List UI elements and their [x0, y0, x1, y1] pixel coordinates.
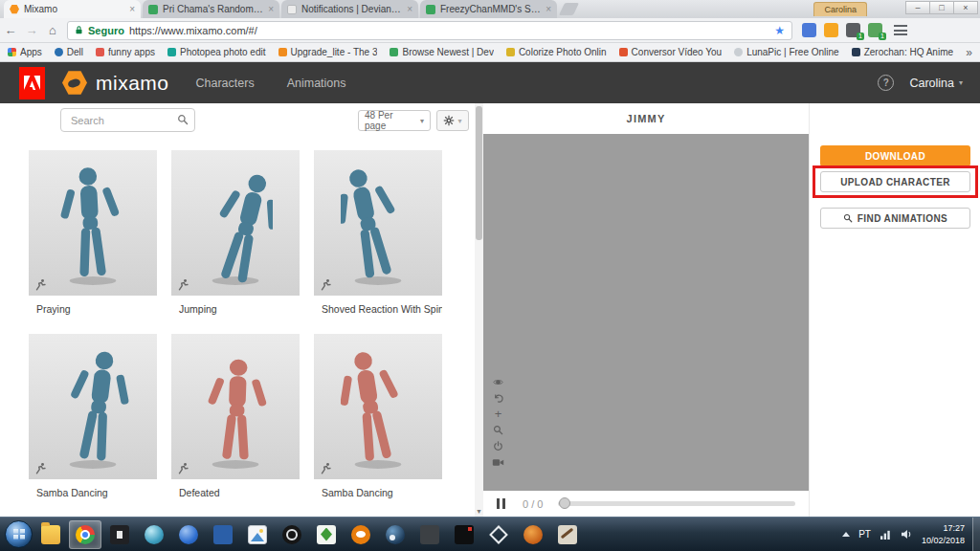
browser-profile-badge[interactable]: Carolina [813, 2, 867, 16]
start-button[interactable] [5, 520, 33, 548]
volume-icon[interactable] [901, 529, 913, 540]
animation-card-jumping[interactable]: Jumping [171, 150, 300, 320]
taskbar-app-2[interactable] [138, 520, 170, 549]
zoom-icon[interactable] [493, 425, 503, 435]
taskbar-app-1[interactable] [103, 520, 136, 549]
notifications-favicon [287, 5, 297, 14]
animation-card-praying[interactable]: Praying [29, 150, 157, 320]
bookmark-browse-newest[interactable]: Browse Newest | Dev [390, 47, 493, 57]
tab-notifications[interactable]: Notifications | DeviantArt × [281, 0, 418, 18]
taskbar-gimp[interactable] [551, 520, 584, 549]
animation-card-defeated[interactable]: Defeated [171, 334, 300, 504]
new-tab-button[interactable] [559, 3, 579, 15]
nav-animations[interactable]: Animations [287, 77, 346, 90]
bookmark-upgrade-lite[interactable]: Upgrade_lite - The 3 [278, 47, 378, 57]
url-text[interactable]: https://www.mixamo.com/#/ [129, 25, 769, 36]
tab-deviantart-1[interactable]: Pri Chama's Random Bo × [143, 0, 279, 18]
bookmark-dell[interactable]: Dell [55, 47, 83, 57]
bookmark-conversor[interactable]: Conversor Vídeo You [619, 47, 723, 57]
network-icon[interactable] [880, 529, 892, 540]
bookmark-photopea[interactable]: Photopea photo edit [167, 47, 266, 57]
taskbar-unity-2[interactable] [482, 520, 515, 549]
nav-characters[interactable]: Characters [196, 77, 255, 90]
bookmark-colorize[interactable]: Colorize Photo Onlin [506, 47, 607, 57]
tab-close-icon[interactable]: × [129, 5, 135, 14]
taskbar-image-viewer[interactable] [241, 520, 274, 549]
mixamo-favicon [10, 5, 19, 14]
animation-card-samba-2[interactable]: Samba Dancing [314, 334, 442, 504]
animation-card-samba-1[interactable]: Samba Dancing [29, 334, 157, 504]
search-box [60, 108, 195, 132]
forward-button[interactable]: → [21, 23, 42, 37]
tab-close-icon[interactable]: × [546, 5, 551, 14]
back-button[interactable]: ← [0, 23, 21, 37]
upload-character-button[interactable]: UPLOAD CHARACTER [820, 171, 970, 192]
download-button[interactable]: DOWNLOAD [820, 145, 970, 166]
taskbar-app-7[interactable] [448, 520, 480, 549]
search-input[interactable] [60, 108, 195, 132]
find-animations-button[interactable]: FIND ANIMATIONS [820, 208, 970, 229]
taskbar-app-3[interactable] [172, 520, 205, 549]
taskbar-steam[interactable] [379, 520, 412, 549]
adobe-logo[interactable] [19, 67, 45, 99]
viewport-3d[interactable]: + [483, 134, 809, 491]
user-menu[interactable]: Carolina ▾ [909, 77, 963, 90]
search-icon [843, 213, 853, 223]
extension-icon-1[interactable] [802, 23, 816, 37]
hidden-icons-chevron[interactable] [842, 532, 850, 537]
scrollbar-thumb[interactable] [476, 106, 482, 240]
app-icon [179, 525, 198, 544]
search-icon[interactable] [177, 114, 189, 125]
zoom-in-icon[interactable]: + [495, 409, 502, 419]
menu-icon[interactable] [894, 25, 907, 35]
home-button[interactable]: ⌂ [42, 23, 63, 37]
settings-dropdown-button[interactable]: ▾ [436, 110, 469, 131]
animation-title: Samba Dancing [314, 479, 442, 504]
tab-stash[interactable]: FreezyChanMMD's Sta.sh × [420, 0, 557, 18]
gimp-brush-icon [558, 525, 577, 544]
language-indicator[interactable]: PT [858, 529, 871, 540]
timeline-slider[interactable] [558, 501, 795, 506]
gear-icon [443, 115, 455, 126]
scrollbar[interactable]: ▼ [475, 103, 483, 517]
extension-icon-2[interactable] [824, 23, 838, 37]
bookmark-star-icon[interactable]: ★ [774, 24, 785, 37]
slider-handle[interactable] [559, 497, 570, 509]
bookmark-lunapic[interactable]: LunaPic | Free Online [734, 47, 839, 57]
camera-icon[interactable] [492, 457, 504, 468]
taskbar-app-4[interactable] [207, 520, 239, 549]
per-page-select[interactable]: 48 Per page ▾ [358, 110, 431, 131]
close-button[interactable]: × [953, 1, 978, 14]
clock[interactable]: 17:27 10/02/2018 [922, 522, 965, 546]
taskbar-explorer[interactable] [34, 520, 67, 549]
scroll-down-icon[interactable]: ▼ [475, 508, 483, 515]
extension-icon-3[interactable]: 1 [846, 23, 860, 37]
taskbar-app-6[interactable] [413, 520, 446, 549]
bookmark-zerochan[interactable]: Zerochan: HQ Anime [852, 47, 953, 57]
bookmarks-overflow-icon[interactable]: » [966, 46, 972, 59]
extension-icon-4[interactable]: 1 [868, 23, 882, 37]
pause-button[interactable] [497, 498, 505, 509]
address-bar[interactable]: Seguro https://www.mixamo.com/#/ ★ [67, 21, 792, 40]
show-desktop-button[interactable] [972, 518, 980, 551]
site-nav: Characters Animations [196, 77, 346, 90]
motion-icon [34, 278, 47, 291]
taskbar-blender[interactable] [345, 520, 377, 549]
taskbar-unity[interactable] [276, 520, 308, 549]
reset-view-icon[interactable] [493, 393, 503, 404]
orbit-icon[interactable] [493, 377, 503, 387]
tab-mixamo[interactable]: Mixamo × [4, 0, 141, 18]
minimize-button[interactable]: – [905, 1, 930, 14]
power-icon[interactable] [493, 441, 503, 452]
bookmark-apps[interactable]: Apps [8, 47, 42, 57]
animation-card-shoved-reaction[interactable]: Shoved Reaction With Spin [314, 150, 442, 320]
tab-close-icon[interactable]: × [407, 5, 412, 14]
taskbar-chrome[interactable] [69, 520, 101, 549]
taskbar-app-8[interactable] [517, 520, 549, 549]
taskbar-app-5[interactable] [310, 520, 343, 549]
help-icon[interactable]: ? [878, 75, 894, 91]
mixamo-logo[interactable]: mixamo [62, 71, 169, 96]
bookmark-funny-apps[interactable]: funny apps [96, 47, 155, 57]
tab-close-icon[interactable]: × [268, 5, 274, 14]
maximize-button[interactable]: □ [929, 1, 954, 14]
